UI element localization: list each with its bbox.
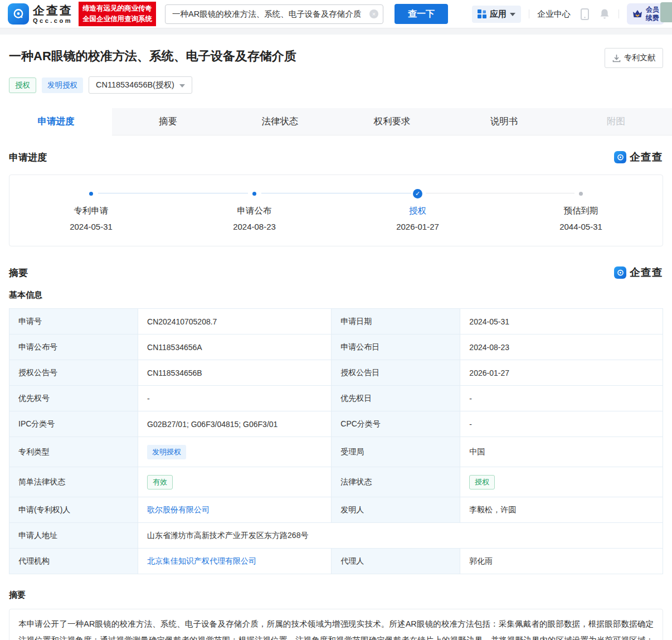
summary-section: 摘要 企查查 基本信息 申请号 CN202410705208.7 申请日期 20… [0, 265, 672, 640]
table-row: IPC分类号 G02B27/01; G06F3/04815; G06F3/01 … [9, 411, 663, 437]
patent-number-value: CN118534656B(授权) [96, 80, 174, 90]
timeline-step-publication: 申请公布 2024-08-23 [173, 189, 336, 231]
field-value: G02B27/01; G06F3/04815; G06F3/01 [138, 411, 332, 437]
abstract-text: 本申请公开了一种AR眼镜的校准方法、系统、电子设备及存储介质，所属的技术领域为增… [9, 609, 663, 640]
search-button[interactable]: 查一下 [395, 4, 448, 24]
qcc-watermark-logo: 企查查 [614, 265, 663, 280]
search-bar: × [165, 4, 383, 24]
table-row: 简单法律状态 有效 法律状态 授权 [9, 467, 663, 497]
field-value: 郭化雨 [460, 549, 663, 574]
enterprise-center-link[interactable]: 企业中心 [537, 9, 571, 20]
tab-legal-status[interactable]: 法律状态 [224, 108, 336, 135]
brand-name: 企查查 [33, 4, 73, 16]
field-label: 申请公布号 [9, 334, 138, 360]
qcc-watermark-text: 企查查 [630, 150, 663, 164]
abstract-title: 摘要 [9, 590, 663, 600]
field-value: - [460, 386, 663, 411]
qcc-logo[interactable]: 企查查 Qcc.com [8, 3, 73, 25]
patent-tags-row: 授权 发明授权 CN118534656B(授权) [9, 76, 663, 94]
field-label: 授权公告号 [9, 360, 138, 386]
qcc-logo-icon [8, 3, 29, 25]
qcc-logo-icon [614, 266, 626, 279]
basic-info-title: 基本信息 [9, 290, 663, 300]
field-label: 代理人 [332, 549, 460, 574]
timeline-dot-icon [252, 192, 256, 196]
member-renew-label: 会员 续费 [646, 6, 659, 22]
field-label: 受理局 [332, 437, 460, 467]
field-label: 代理机构 [9, 549, 138, 574]
status-badge-valid: 有效 [147, 475, 173, 489]
timeline-connector [98, 193, 248, 193]
field-value: 有效 [138, 467, 332, 497]
timeline-step-expiry: 预估到期 2044-05-31 [499, 189, 663, 231]
field-label: 发明人 [332, 497, 460, 523]
field-label: 授权公告日 [332, 360, 460, 386]
table-row: 申请(专利权)人 歌尔股份有限公司 发明人 李毅松，许圆 [9, 497, 663, 523]
step-date: 2024-05-31 [9, 222, 173, 231]
field-value: 北京集佳知识产权代理有限公司 [138, 549, 332, 574]
search-input[interactable] [165, 4, 383, 24]
patent-document-button[interactable]: 专利文献 [605, 48, 663, 68]
field-value: - [460, 411, 663, 437]
agency-link[interactable]: 北京集佳知识产权代理有限公司 [147, 556, 256, 565]
side-float-widget[interactable] [660, 2, 672, 22]
field-value: CN118534656A [138, 334, 332, 360]
divider [619, 9, 619, 18]
step-label: 预估到期 [499, 205, 663, 217]
qcc-logo-icon [614, 151, 626, 163]
field-label: CPC分类号 [332, 411, 460, 437]
check-circle-icon: ✓ [413, 189, 422, 198]
qcc-watermark-text: 企查查 [630, 265, 663, 280]
crown-icon [632, 9, 643, 19]
application-progress-section: 申请进度 企查查 专利申请 2024-05-31 申请公布 2024-08-23… [0, 150, 672, 246]
divider [529, 9, 529, 18]
grant-status-badge: 授权 [9, 77, 36, 93]
detail-tabs: 申请进度 摘要 法律状态 权利要求 说明书 附图 [0, 108, 672, 135]
step-label: 申请公布 [173, 205, 336, 217]
field-label: 申请日期 [332, 309, 460, 334]
table-row: 专利类型 发明授权 受理局 中国 [9, 437, 663, 467]
apps-label: 应用 [490, 9, 507, 20]
table-row: 授权公告号 CN118534656B 授权公告日 2026-01-27 [9, 360, 663, 386]
applicant-link[interactable]: 歌尔股份有限公司 [147, 505, 210, 514]
patent-number-dropdown[interactable]: CN118534656B(授权) [89, 76, 192, 94]
table-row: 申请人地址 山东省潍坊市高新技术产业开发区东方路268号 [9, 523, 663, 549]
field-value: CN202410705208.7 [138, 309, 332, 334]
timeline-dot-icon [579, 192, 583, 196]
patent-document-label: 专利文献 [624, 53, 655, 63]
tab-summary[interactable]: 摘要 [112, 108, 224, 135]
section-title-summary: 摘要 [9, 266, 28, 279]
field-value: 歌尔股份有限公司 [138, 497, 332, 523]
member-renew-button[interactable]: 会员 续费 [627, 3, 664, 25]
step-date: 2026-01-27 [336, 222, 499, 231]
clear-search-icon[interactable]: × [369, 9, 378, 18]
field-label: 专利类型 [9, 437, 138, 467]
notification-bell-icon[interactable] [598, 8, 611, 20]
progress-timeline: 专利申请 2024-05-31 申请公布 2024-08-23 ✓ 授权 202… [9, 174, 663, 246]
patent-type-badge: 发明授权 [42, 77, 83, 93]
mobile-app-icon[interactable] [578, 8, 591, 20]
step-label: 专利申请 [9, 205, 173, 217]
table-row: 优先权号 - 优先权日 - [9, 386, 663, 411]
apps-menu-button[interactable]: 应用 [472, 6, 521, 23]
download-icon [612, 54, 621, 62]
step-date: 2044-05-31 [499, 222, 663, 231]
step-label: 授权 [336, 205, 499, 217]
timeline-dot-icon [89, 192, 93, 196]
table-row: 申请号 CN202410705208.7 申请日期 2024-05-31 [9, 309, 663, 334]
basic-info-table: 申请号 CN202410705208.7 申请日期 2024-05-31 申请公… [9, 308, 663, 574]
field-value: 发明授权 [138, 437, 332, 467]
field-label: 申请公布日 [332, 334, 460, 360]
field-label: 申请(专利权)人 [9, 497, 138, 523]
brand-domain: Qcc.com [33, 18, 73, 24]
tagline-line2: 全国企业信用查询系统 [82, 14, 152, 25]
tab-claims[interactable]: 权利要求 [336, 108, 448, 135]
table-row: 代理机构 北京集佳知识产权代理有限公司 代理人 郭化雨 [9, 549, 663, 574]
tab-description[interactable]: 说明书 [448, 108, 560, 135]
field-value: 李毅松，许圆 [460, 497, 663, 523]
field-value: - [138, 386, 332, 411]
field-label: 简单法律状态 [9, 467, 138, 497]
tab-figures[interactable]: 附图 [560, 108, 672, 135]
field-value: 2024-08-23 [460, 334, 663, 360]
tab-application-progress[interactable]: 申请进度 [0, 108, 112, 135]
